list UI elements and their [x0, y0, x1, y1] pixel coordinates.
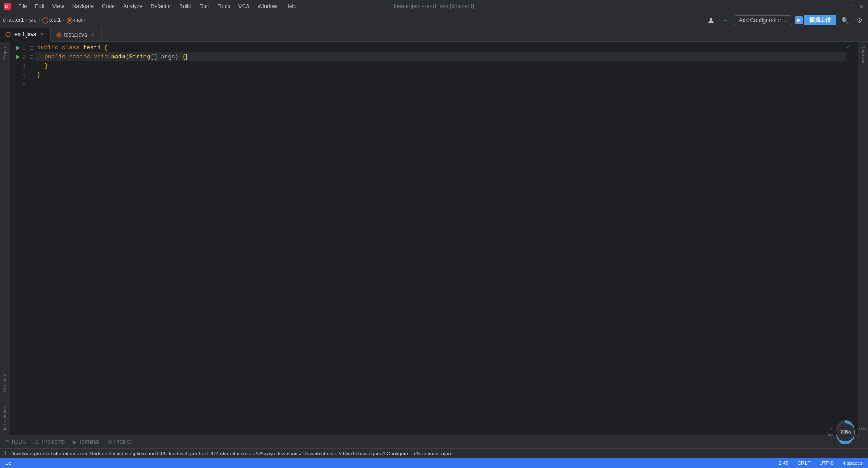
- menu-help[interactable]: Help: [281, 2, 300, 10]
- fold-1[interactable]: −: [28, 43, 35, 52]
- notification-text: Download pre-built shared indexes: Reduc…: [10, 451, 864, 456]
- run-icon: [795, 16, 803, 24]
- editor-container: 1 2 3 4: [10, 42, 858, 435]
- editor-area: 1 2 3 4: [10, 42, 858, 435]
- terminal-label: Terminal: [79, 439, 99, 445]
- git-icon: ⎇: [5, 460, 11, 466]
- tab-test1-java[interactable]: test1.java ✕: [0, 28, 51, 42]
- menu-window[interactable]: Window: [254, 2, 281, 10]
- problems-icon: ⚠: [34, 439, 39, 445]
- menu-analyze[interactable]: Analyze: [119, 2, 146, 10]
- breadcrumb: chapter1 › src › test1 › main: [3, 17, 86, 24]
- fold-2[interactable]: −: [28, 52, 35, 61]
- line-ending-text: CRLF: [797, 460, 811, 466]
- line-num-3: 3: [10, 61, 25, 71]
- tab-close-button[interactable]: ✕: [38, 31, 45, 37]
- bottom-tab-terminal[interactable]: ▶ Terminal: [69, 438, 103, 446]
- breadcrumb-class[interactable]: main: [67, 17, 86, 24]
- window-controls: — □ ✕: [842, 3, 864, 9]
- tab-close-button-2[interactable]: ✕: [90, 32, 96, 38]
- line-num-2: 2: [10, 52, 25, 61]
- indent[interactable]: 4 spaces: [841, 460, 864, 466]
- menu-build[interactable]: Build: [176, 2, 195, 10]
- position-text: 2:45: [779, 460, 788, 466]
- cursor-position[interactable]: 2:45: [777, 460, 790, 466]
- back-button[interactable]: ←: [720, 14, 731, 26]
- bottom-tabs: ≡ TODO ⚠ Problems ▶ Terminal ◎ Profiler: [0, 435, 868, 448]
- breadcrumb-sep3: ›: [63, 17, 65, 23]
- minimize-button[interactable]: —: [842, 3, 848, 9]
- menu-vcs[interactable]: VCS: [235, 2, 253, 10]
- profile-button[interactable]: [705, 14, 717, 26]
- search-everywhere-button[interactable]: 🔍: [839, 14, 851, 26]
- menu-refactor[interactable]: Refactor: [147, 2, 175, 10]
- cpu-gauge: 0 k/s 70% 0 k/s ↓: [835, 420, 859, 444]
- code-editor[interactable]: public class test1 { public static void …: [35, 42, 846, 435]
- scroll-map[interactable]: [853, 42, 858, 435]
- run-gutter-5: [16, 82, 20, 86]
- run-gutter-1[interactable]: [16, 46, 20, 50]
- bottom-panel: ≡ TODO ⚠ Problems ▶ Terminal ◎ Profiler: [0, 435, 868, 448]
- bottom-tab-profiler[interactable]: ◎ Profiler: [104, 438, 135, 446]
- git-status[interactable]: ⎇: [4, 460, 13, 466]
- svg-point-9: [58, 33, 60, 36]
- sidebar-item-favorites[interactable]: ★ Favorites: [0, 403, 10, 435]
- breadcrumb-sep1: ›: [26, 17, 28, 23]
- tab-bar: test1.java ✕ test2.java ✕: [0, 28, 868, 42]
- tab-label-2: test2.java: [64, 32, 87, 38]
- toolbar: chapter1 › src › test1 › main ← Add Conf…: [0, 13, 868, 28]
- menu-code[interactable]: Code: [98, 2, 119, 10]
- maximize-button[interactable]: □: [850, 3, 856, 9]
- database-tab[interactable]: Database: [859, 42, 868, 68]
- line-num-1: 1: [10, 43, 25, 52]
- bottom-tab-todo[interactable]: ≡ TODO: [2, 438, 30, 446]
- menu-view[interactable]: View: [49, 2, 68, 10]
- line-num-5: 5: [10, 80, 25, 89]
- tab-test2-java[interactable]: test2.java ✕: [51, 28, 101, 42]
- status-right: 2:45 CRLF UTF-8 4 spaces: [777, 460, 864, 466]
- status-bar: ⎇ 2:45 CRLF UTF-8 4 spaces: [0, 458, 868, 468]
- todo-icon: ≡: [5, 439, 9, 445]
- toolbar-actions: ← Add Configuration... 插插上传 🔍 ⚙: [705, 14, 865, 26]
- menu-navigate[interactable]: Navigate: [69, 2, 97, 10]
- fold-column: − −: [28, 42, 35, 435]
- code-line-5: [35, 80, 846, 89]
- line-ending[interactable]: CRLF: [796, 460, 812, 466]
- settings-button[interactable]: ⚙: [854, 14, 865, 26]
- bottom-tab-problems[interactable]: ⚠ Problems: [31, 438, 68, 446]
- add-configuration-button[interactable]: Add Configuration...: [734, 15, 792, 25]
- svg-point-2: [43, 18, 48, 23]
- titlebar: IJ File Edit View Navigate Code Analyze …: [0, 0, 868, 13]
- breadcrumb-package[interactable]: test1: [42, 17, 61, 24]
- line-num-4: 4: [10, 71, 25, 80]
- sidebar-item-project[interactable]: Project: [0, 43, 9, 63]
- run-gutter-2[interactable]: [16, 55, 20, 59]
- notification-icon: ⬇: [4, 450, 8, 456]
- svg-text:IJ: IJ: [5, 5, 9, 9]
- svg-marker-6: [797, 19, 801, 22]
- profiler-icon: ◎: [108, 439, 112, 445]
- indent-text: 4 spaces: [843, 460, 863, 466]
- encoding[interactable]: UTF-8: [818, 460, 835, 466]
- menu-file[interactable]: File: [14, 2, 30, 10]
- right-gutter: ✓: [846, 42, 853, 435]
- run-gutter-3: [16, 64, 20, 68]
- todo-label: TODO: [11, 439, 26, 445]
- sidebar-item-structure[interactable]: Structure: [0, 371, 9, 395]
- run-button[interactable]: 插插上传: [804, 15, 836, 25]
- encoding-text: UTF-8: [820, 460, 834, 466]
- breadcrumb-project[interactable]: chapter1: [3, 17, 24, 23]
- java-file-icon-2: [56, 32, 62, 38]
- menu-run[interactable]: Run: [196, 2, 213, 10]
- fold-5: [28, 80, 35, 89]
- cpu-speed-down: 0 k/s ↓: [858, 426, 867, 438]
- close-button[interactable]: ✕: [858, 3, 864, 9]
- menu-edit[interactable]: Edit: [31, 2, 48, 10]
- cpu-speed-up: 0 k/s: [826, 426, 833, 438]
- menu-tools[interactable]: Tools: [214, 2, 234, 10]
- code-line-3: }: [35, 61, 846, 71]
- fold-4: [28, 71, 35, 80]
- cpu-circle[interactable]: 70%: [836, 420, 855, 444]
- breadcrumb-src[interactable]: src: [29, 17, 37, 23]
- breadcrumb-sep2: ›: [38, 17, 40, 23]
